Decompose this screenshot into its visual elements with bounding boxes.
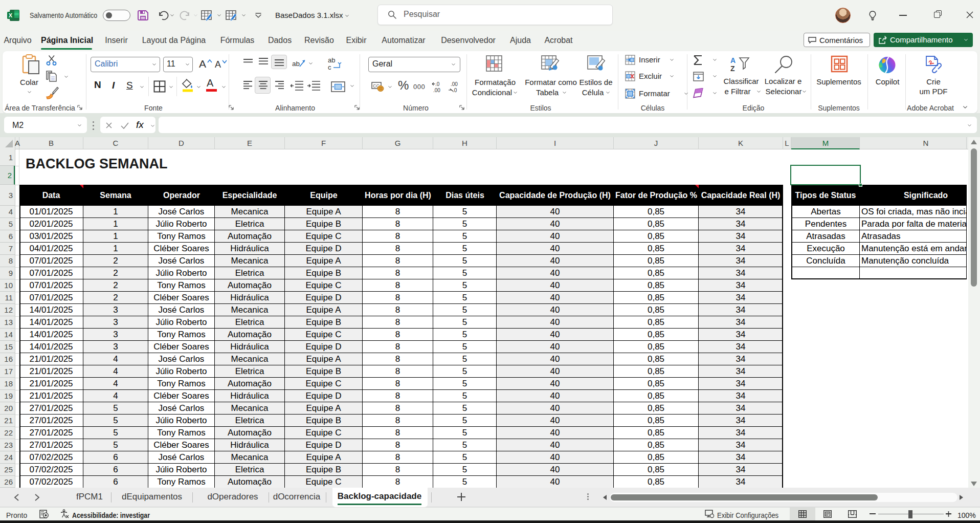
svg-text:A: A [730,56,736,64]
svg-text:ab: ab [328,56,335,64]
svg-text:ab: ab [292,60,300,68]
svg-text:.0: .0 [435,81,440,87]
svg-text:Z: Z [730,64,735,73]
svg-text:.00: .00 [433,88,440,93]
svg-text:X: X [9,12,13,18]
svg-text:.00: .00 [451,81,458,87]
svg-text:.0: .0 [453,88,457,93]
svg-text:c: c [328,63,331,71]
